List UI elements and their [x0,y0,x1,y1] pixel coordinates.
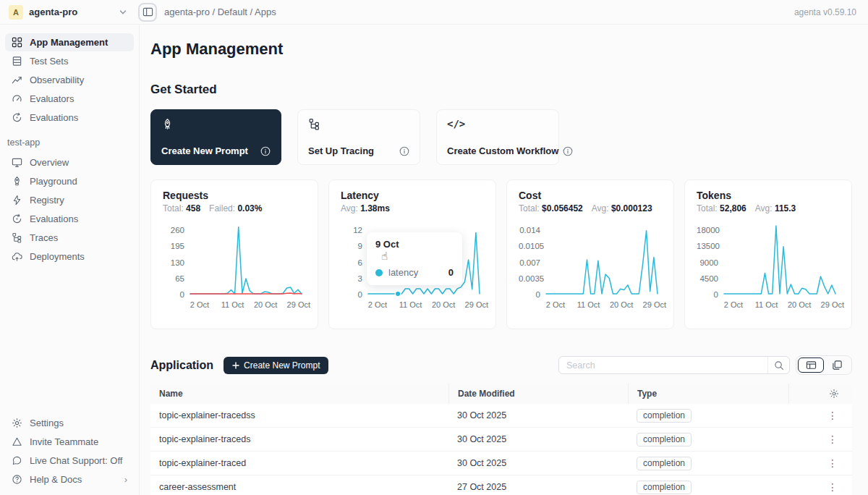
metric-stats: Total: 458Failed: 0.03% [163,203,306,213]
app-date: 30 Oct 2025 [448,458,628,468]
stat: Total: $0.056452 [519,203,583,213]
sidebar-item-label: App Management [30,37,108,48]
sidebar-item-app-evaluations[interactable]: Evaluations [5,210,134,228]
stat: Total: 458 [163,203,200,213]
rocket-icon [161,118,174,130]
workspace-name: agenta-pro [29,7,114,17]
search-input[interactable] [559,360,767,371]
app-name: topic-explainer-tracedss [150,410,448,420]
create-custom-workflow-card[interactable]: </> Create Custom Workflow [436,109,559,165]
table-row[interactable]: career-assessment 27 Oct 2025 completion… [150,475,852,495]
lightning-icon [12,195,22,206]
app-date: 30 Oct 2025 [448,410,628,420]
table-row[interactable]: topic-explainer-traced 30 Oct 2025 compl… [150,452,852,475]
sidebar-item-live-chat[interactable]: Live Chat Support: Off [5,452,134,470]
sidebar-item-overview[interactable]: Overview [5,153,134,172]
sidebar-collapse-button[interactable] [138,3,157,22]
row-menu-button[interactable]: ⋮ [827,457,838,469]
sidebar-item-label: Test Sets [30,56,68,67]
series-dot-icon [375,269,383,276]
sidebar-item-registry[interactable]: Registry [5,191,134,209]
requests-line-chart[interactable] [190,224,302,296]
help-icon [12,474,22,485]
sidebar: App Management Test Sets Observability E… [0,25,140,495]
app-group-label: test-app [5,127,134,153]
metric-stats: Avg: 1.38ms [341,203,484,213]
tooltip-value: 0 [448,267,454,278]
sidebar-item-test-sets[interactable]: Test Sets [5,52,134,70]
metric-stats: Total: 52,806Avg: 115.3 [697,203,840,213]
row-menu-button[interactable]: ⋮ [827,481,838,493]
metric-title: Tokens [697,190,840,201]
info-icon[interactable] [260,146,271,156]
y-axis-labels: 0.0140.01050.0070.00350 [519,224,546,296]
create-new-prompt-card[interactable]: Create New Prompt [150,109,281,165]
collapse-sidebar-icon [142,7,153,17]
row-menu-button[interactable]: ⋮ [827,433,838,445]
metrics-row: Requests Total: 458Failed: 0.03% 2601951… [150,179,852,329]
search-icon[interactable] [767,357,789,373]
sidebar-item-settings[interactable]: Settings [5,414,134,432]
sidebar-item-deployments[interactable]: Deployments [5,248,134,266]
info-icon[interactable] [563,146,573,156]
application-title: Application [150,359,213,372]
column-header-date-modified[interactable]: Date Modified [448,384,628,404]
gauge-icon [12,93,22,104]
sidebar-item-playground[interactable]: Playground [5,172,134,190]
breadcrumb[interactable]: agenta-pro / Default / Apps [164,7,276,17]
sidebar-item-evaluators[interactable]: Evaluators [5,90,134,108]
version-label: agenta v0.59.10 [794,7,868,17]
sidebar-item-invite-teammate[interactable]: Invite Teammate [5,433,134,451]
column-header-type[interactable]: Type [628,384,788,404]
workspace-selector[interactable]: A agenta-pro [0,5,134,20]
card-label: Set Up Tracing [308,145,374,156]
get-started-title: Get Started [150,82,852,97]
type-badge: completion [637,433,692,447]
sidebar-item-help-docs[interactable]: Help & Docs › [5,470,134,488]
sidebar-item-traces[interactable]: Traces [5,229,134,247]
column-header-name[interactable]: Name [150,384,448,404]
tokens-line-chart[interactable] [724,224,835,296]
monitor-icon [12,157,22,168]
tooltip-series-name: latency [388,267,418,278]
app-name: topic-explainer-traceds [150,434,448,444]
workspace-avatar: A [9,5,23,20]
y-axis-labels: 1800013500900045000 [697,224,724,296]
sidebar-item-label: Playground [30,176,77,187]
cost-line-chart[interactable] [546,224,658,296]
y-axis-labels: 260195130650 [163,224,190,296]
triangle-icon [12,436,22,447]
cost-metric-card: Cost Total: $0.056452Avg: $0.000123 0.01… [506,179,674,329]
gear-icon[interactable] [829,389,839,399]
latency-metric-card: Latency Avg: 1.38ms 129630 2 Oct11 Oct20… [328,179,496,329]
tokens-metric-card: Tokens Total: 52,806Avg: 115.3 180001350… [684,179,852,329]
set-up-tracing-card[interactable]: Set Up Tracing [297,109,420,165]
row-menu-button[interactable]: ⋮ [827,410,838,421]
app-date: 30 Oct 2025 [448,434,628,444]
sidebar-item-label: Evaluations [30,112,78,123]
hand-cursor-icon: ☝ [381,250,388,263]
create-new-prompt-button[interactable]: Create New Prompt [224,357,328,374]
view-toggle [796,355,852,375]
sidebar-item-evaluations[interactable]: Evaluations [5,109,134,127]
get-started-cards: Create New Prompt Set Up Tracing </> Cre… [150,109,852,165]
info-icon[interactable] [399,146,409,156]
metric-title: Latency [341,190,484,201]
type-badge: completion [637,457,692,470]
page-title: App Management [150,40,852,59]
sidebar-item-observability[interactable]: Observability [5,71,134,89]
applications-table: Name Date Modified Type topic-explainer-… [150,384,852,495]
sidebar-item-label: Overview [30,157,69,168]
stat: Avg: 1.38ms [341,203,390,213]
card-view-button[interactable] [824,358,850,373]
trend-chart-icon [12,75,22,85]
search-box [558,356,790,374]
table-view-button[interactable] [798,358,824,373]
button-label: Create New Prompt [244,360,320,371]
table-row[interactable]: topic-explainer-traceds 30 Oct 2025 comp… [150,428,852,452]
metric-title: Requests [163,190,306,201]
sidebar-item-label: Live Chat Support: Off [30,455,122,466]
table-row[interactable]: topic-explainer-tracedss 30 Oct 2025 com… [150,404,852,428]
sidebar-item-app-management[interactable]: App Management [5,33,134,51]
tree-icon [308,118,320,130]
